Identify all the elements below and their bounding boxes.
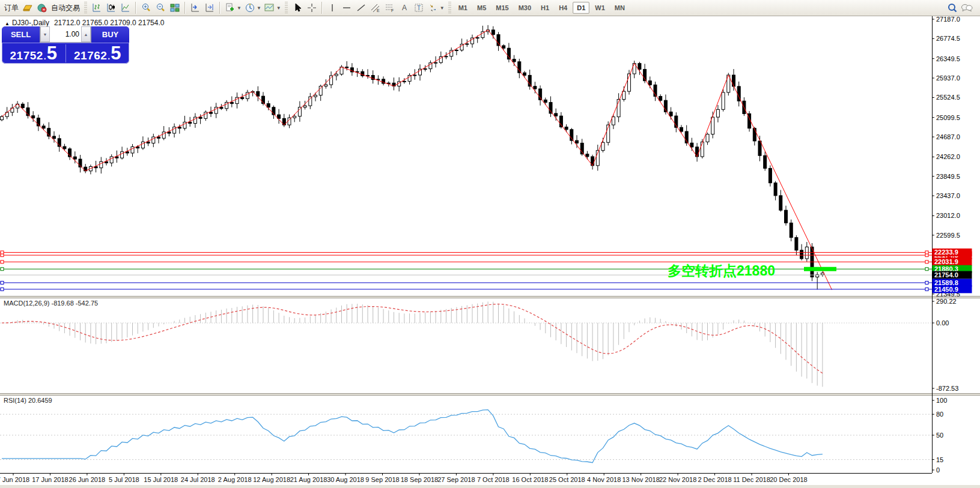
turning-point-highlight-bar[interactable]: [804, 267, 836, 271]
svg-text:-872.53: -872.53: [936, 385, 958, 392]
cursor-icon[interactable]: [291, 1, 304, 14]
svg-text:25 Oct 2018: 25 Oct 2018: [549, 476, 585, 483]
arrows-icon-dropdown[interactable]: ▼: [440, 5, 445, 11]
zoom-out-icon[interactable]: [154, 1, 167, 14]
svg-text:0: 0: [936, 466, 940, 474]
chart-title-bar: ▲DJ30-,Daily21712.0 21765.0 21709.0 2175…: [5, 19, 164, 27]
turning-point-annotation[interactable]: 多空转折点21880: [668, 263, 775, 279]
arrows-icon[interactable]: [427, 1, 440, 14]
timeframe-mn-button[interactable]: MN: [610, 2, 629, 14]
toolbar-drag-handle[interactable]: [448, 2, 451, 14]
toolbar-separator: [321, 2, 323, 14]
tile-windows-icon[interactable]: [168, 1, 181, 14]
horizontal-line-icon[interactable]: [340, 1, 353, 14]
ohlc-values: 21712.0 21765.0 21709.0 21754.0: [54, 19, 165, 27]
rsi-label: RSI(14) 20.6459: [4, 397, 52, 404]
autotrade-label[interactable]: 自动交易: [51, 3, 80, 13]
svg-text:24687.0: 24687.0: [936, 133, 960, 140]
svg-text:27187.0: 27187.0: [936, 16, 960, 23]
buy-button[interactable]: BUY: [91, 26, 129, 43]
svg-text:22599.5: 22599.5: [936, 232, 960, 239]
timeframe-h1-button[interactable]: H1: [537, 2, 553, 14]
chart-canvas: 27187.026774.526349.525937.025524.525099…: [0, 16, 980, 488]
svg-text:9 Sep 2018: 9 Sep 2018: [365, 476, 399, 483]
macd-label: MACD(12,26,9) -819.68 -542.75: [4, 300, 98, 307]
chat-icon[interactable]: [960, 1, 973, 14]
sell-button[interactable]: SELL: [2, 26, 40, 43]
svg-text:0.00: 0.00: [936, 319, 949, 327]
journal-icon[interactable]: [21, 1, 34, 14]
svg-text:21 Aug 2018: 21 Aug 2018: [290, 476, 327, 483]
toolbar-separator: [219, 2, 221, 14]
toolbar-separator: [135, 2, 136, 14]
main-toolbar: 订单自动交易▼▼▼EFAT▼M1M5M15M30H1H4D1W1MN: [0, 0, 980, 16]
timeframe-h4-button[interactable]: H4: [555, 2, 571, 14]
vertical-line-icon[interactable]: [326, 1, 339, 14]
svg-text:100: 100: [936, 397, 947, 404]
candlestick-chart-icon[interactable]: [105, 1, 118, 14]
svg-text:18 Sep 2018: 18 Sep 2018: [401, 476, 438, 483]
period-icon-dropdown[interactable]: ▼: [257, 5, 261, 11]
svg-text:25099.5: 25099.5: [936, 114, 960, 121]
period-icon[interactable]: [243, 1, 257, 14]
buy-price[interactable]: 21762.5: [66, 43, 130, 64]
trendline-icon[interactable]: [355, 1, 368, 14]
svg-text:21754.0: 21754.0: [934, 271, 958, 279]
template-icon-dropdown[interactable]: ▼: [276, 5, 281, 11]
new-order-icon-dropdown[interactable]: ▼: [237, 5, 242, 11]
text-label-icon[interactable]: T: [412, 1, 425, 14]
channel-icon[interactable]: E: [369, 1, 382, 14]
fibonacci-icon[interactable]: F: [383, 1, 397, 14]
collapse-triangle-icon[interactable]: ▲: [5, 21, 10, 26]
svg-text:80: 80: [936, 411, 943, 418]
timeframe-m1-button[interactable]: M1: [454, 2, 472, 14]
toolbar-separator: [184, 2, 186, 14]
timeframe-w1-button[interactable]: W1: [591, 2, 609, 14]
volume-input[interactable]: 1.00: [50, 26, 81, 42]
timeframe-d1-button[interactable]: D1: [573, 2, 589, 14]
bar-chart-icon[interactable]: [90, 1, 103, 14]
timeframe-m5-button[interactable]: M5: [473, 2, 490, 14]
template-icon[interactable]: [263, 1, 276, 14]
svg-text:25524.5: 25524.5: [936, 94, 960, 101]
svg-text:23437.0: 23437.0: [936, 192, 960, 199]
svg-text:22 Nov 2018: 22 Nov 2018: [659, 476, 696, 483]
svg-text:30 Aug 2018: 30 Aug 2018: [327, 476, 364, 483]
svg-text:12 Aug 2018: 12 Aug 2018: [253, 476, 290, 483]
toolbar-drag-handle[interactable]: [285, 2, 288, 14]
svg-text:27 Sep 2018: 27 Sep 2018: [437, 476, 475, 483]
svg-text:26774.5: 26774.5: [936, 35, 960, 42]
svg-text:2 Dec 2018: 2 Dec 2018: [698, 476, 731, 483]
svg-text:24262.0: 24262.0: [936, 153, 960, 160]
autotrade-icon[interactable]: [35, 1, 49, 14]
chart-shift-icon[interactable]: [203, 1, 216, 14]
search-icon[interactable]: [946, 1, 959, 14]
toolbar-drag-handle[interactable]: [84, 2, 87, 14]
timeframe-m15-button[interactable]: M15: [492, 2, 513, 14]
one-click-trade-panel: SELL ▼ 1.00 ▲ BUY 21752.5 21762.5: [2, 26, 129, 64]
zoom-in-icon[interactable]: [139, 1, 153, 14]
new-order-icon[interactable]: [224, 1, 237, 14]
chart-window: ▲DJ30-,Daily21712.0 21765.0 21709.0 2175…: [0, 16, 980, 488]
svg-text:15: 15: [936, 456, 943, 463]
volume-decrease-button[interactable]: ▼: [40, 26, 50, 42]
volume-increase-button[interactable]: ▲: [81, 26, 91, 42]
svg-text:2 Aug 2018: 2 Aug 2018: [218, 476, 252, 483]
svg-text:20 Dec 2018: 20 Dec 2018: [770, 476, 807, 483]
text-icon[interactable]: A: [398, 1, 411, 14]
svg-text:24 Jul 2018: 24 Jul 2018: [181, 476, 215, 483]
svg-text:50: 50: [936, 432, 943, 439]
svg-text:25937.0: 25937.0: [936, 74, 960, 82]
orders-label[interactable]: 订单: [4, 3, 19, 13]
line-chart-icon[interactable]: [119, 1, 132, 14]
sell-price[interactable]: 21752.5: [2, 43, 65, 64]
crosshair-icon[interactable]: [305, 1, 318, 14]
svg-text:7 Jun 2018: 7 Jun 2018: [0, 476, 29, 483]
svg-text:15 Jul 2018: 15 Jul 2018: [144, 476, 178, 483]
timeframe-m30-button[interactable]: M30: [514, 2, 535, 14]
svg-text:5 Jul 2018: 5 Jul 2018: [109, 476, 139, 483]
svg-text:26 Jun 2018: 26 Jun 2018: [69, 476, 106, 483]
svg-text:F: F: [391, 8, 394, 13]
svg-text:E: E: [377, 8, 380, 13]
auto-scroll-icon[interactable]: [189, 1, 202, 14]
